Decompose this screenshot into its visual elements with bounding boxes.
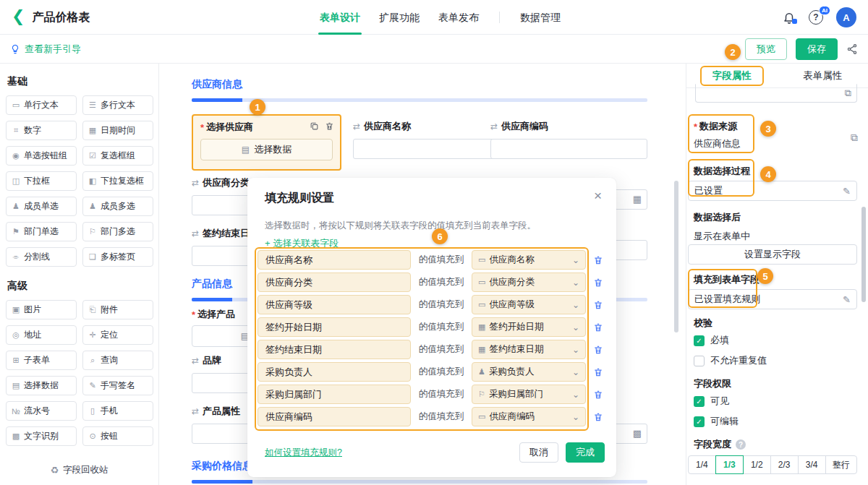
- width-option-full[interactable]: 整行: [825, 455, 857, 474]
- field-type-single-line-text[interactable]: ▭单行文本: [6, 95, 77, 115]
- data-source-value[interactable]: 供应商信息: [694, 137, 741, 150]
- field-type-button[interactable]: ⊙按钮: [82, 426, 153, 446]
- field-type-phone[interactable]: ▯手机: [82, 401, 153, 421]
- notification-bell-icon[interactable]: [783, 11, 796, 24]
- field-type-query[interactable]: ⌕查询: [82, 351, 153, 370]
- source-field[interactable]: 供应商名称: [258, 250, 411, 270]
- preview-button[interactable]: 预览: [745, 38, 787, 60]
- target-field-dropdown[interactable]: ▦签约结束日期⌄: [472, 340, 586, 359]
- field-type-tabs[interactable]: ❏多标签页: [82, 247, 153, 267]
- delete-rule-icon[interactable]: [593, 345, 603, 355]
- field-select-supplier[interactable]: * 选择供应商 ▤ 选择数据: [192, 114, 341, 171]
- target-field-dropdown[interactable]: ▭供应商编码⌄: [472, 407, 586, 426]
- width-option-3-4[interactable]: 3/4: [798, 455, 826, 474]
- field-type-dropdown[interactable]: ◫下拉框: [6, 171, 77, 191]
- beginner-guide-link[interactable]: 查看新手引导: [10, 43, 81, 56]
- source-field[interactable]: 签约开始日期: [258, 317, 411, 337]
- nav-tab-form-design[interactable]: 表单设计: [317, 0, 363, 35]
- form-link-icon[interactable]: ⧉: [845, 87, 851, 99]
- field-type-attachment[interactable]: ⎗附件: [82, 300, 153, 319]
- delete-rule-icon[interactable]: [593, 278, 603, 288]
- width-help-icon[interactable]: ?: [736, 439, 746, 450]
- source-field[interactable]: 供应商分类: [258, 272, 411, 292]
- source-field[interactable]: 供应商等级: [258, 295, 411, 314]
- width-option-1-2[interactable]: 1/2: [743, 455, 771, 474]
- target-field-dropdown[interactable]: ⚐采购归属部门⌄: [472, 385, 586, 404]
- cancel-button[interactable]: 取消: [519, 442, 558, 463]
- close-icon[interactable]: ×: [594, 188, 602, 204]
- required-checkbox[interactable]: ✓: [694, 335, 705, 346]
- supplier-code-input[interactable]: [490, 139, 647, 159]
- field-type-number[interactable]: ⌗数字: [6, 121, 77, 140]
- field-type-member-multi[interactable]: ♟成员多选: [82, 197, 153, 216]
- selection-process-row[interactable]: 已设置 ✎: [688, 181, 857, 201]
- width-option-1-4[interactable]: 1/4: [688, 455, 716, 474]
- nav-tab-publish[interactable]: 表单发布: [435, 0, 482, 35]
- field-type-divider[interactable]: ⌯分割线: [6, 247, 77, 267]
- field-type-image[interactable]: ▣图片: [6, 300, 77, 319]
- field-type-location[interactable]: ✛定位: [82, 325, 153, 345]
- width-option-1-3[interactable]: 1/3: [715, 455, 744, 474]
- nav-tab-extensions[interactable]: 扩展功能: [376, 0, 422, 35]
- field-type-ocr[interactable]: ▩文字识别: [6, 426, 77, 446]
- target-field-dropdown[interactable]: ♟采购负责人⌄: [472, 362, 586, 382]
- share-icon[interactable]: [846, 43, 858, 55]
- delete-rule-icon[interactable]: [593, 390, 603, 400]
- fill-fields-row[interactable]: 已设置填充规则 ✎: [688, 289, 857, 309]
- delete-field-icon[interactable]: [325, 121, 334, 133]
- qr-scan-icon[interactable]: ▩: [633, 428, 642, 439]
- field-type-address[interactable]: ◎地址: [6, 325, 77, 345]
- field-type-radio-group[interactable]: ◉单选按钮组: [6, 146, 77, 166]
- section-title-supplier: 供应商信息: [192, 78, 242, 91]
- nav-tab-data-manage[interactable]: 数据管理: [517, 0, 563, 35]
- open-form-icon[interactable]: ⧉: [851, 132, 858, 144]
- target-field-dropdown[interactable]: ▭供应商等级⌄: [472, 295, 586, 314]
- source-field[interactable]: 签约结束日期: [258, 340, 411, 359]
- delete-rule-icon[interactable]: [593, 367, 603, 377]
- source-field[interactable]: 供应商编码: [258, 407, 411, 426]
- notification-dot: [792, 19, 797, 24]
- field-type-multi-dropdown[interactable]: ◧下拉复选框: [82, 171, 153, 191]
- field-type-datetime[interactable]: ▦日期时间: [82, 121, 153, 140]
- fill-text: 的值填充到: [411, 254, 472, 266]
- set-display-fields-button[interactable]: 设置显示字段: [688, 244, 857, 265]
- add-related-field-link[interactable]: + 选择关联表字段: [265, 237, 339, 250]
- target-field-dropdown[interactable]: ▭供应商分类⌄: [472, 272, 586, 292]
- select-data-button[interactable]: ▤ 选择数据: [200, 139, 333, 160]
- confirm-button[interactable]: 完成: [566, 442, 605, 463]
- help-link[interactable]: 如何设置填充规则?: [265, 447, 342, 459]
- field-type-member-single[interactable]: ♟成员单选: [6, 197, 77, 216]
- no-duplicate-checkbox[interactable]: [694, 356, 705, 366]
- source-field[interactable]: 采购归属部门: [258, 385, 411, 404]
- editable-checkbox[interactable]: ✓: [694, 416, 705, 427]
- save-button[interactable]: 保存: [796, 38, 838, 60]
- canvas-scrollbar[interactable]: [674, 181, 678, 332]
- fill-rule-row: 签约结束日期 的值填充到 ▦签约结束日期⌄: [258, 340, 603, 359]
- field-recycle-bin[interactable]: ♻ 字段回收站: [0, 464, 158, 476]
- field-type-signature[interactable]: ✎手写签名: [82, 376, 153, 395]
- field-type-serial-number[interactable]: №流水号: [6, 401, 77, 421]
- copy-field-icon[interactable]: [310, 121, 319, 133]
- delete-rule-icon[interactable]: [593, 300, 603, 310]
- back-icon[interactable]: ❮: [12, 9, 25, 25]
- field-type-dept-multi[interactable]: ⚐部门多选: [82, 222, 153, 241]
- avatar[interactable]: A: [836, 7, 856, 27]
- field-type-subform[interactable]: ⊞子表单: [6, 351, 77, 370]
- edit-icon[interactable]: ✎: [843, 186, 851, 197]
- delete-rule-icon[interactable]: [593, 255, 603, 265]
- visible-checkbox[interactable]: ✓: [694, 396, 705, 407]
- target-field-dropdown[interactable]: ▦签约开始日期⌄: [472, 317, 586, 337]
- edit-icon[interactable]: ✎: [843, 294, 851, 305]
- supplier-name-input[interactable]: [353, 139, 498, 159]
- width-option-2-3[interactable]: 2/3: [770, 455, 799, 474]
- delete-rule-icon[interactable]: [593, 322, 603, 332]
- source-field[interactable]: 采购负责人: [258, 362, 411, 382]
- field-type-dept-single[interactable]: ⚑部门单选: [6, 222, 77, 241]
- field-type-multi-line-text[interactable]: ☰多行文本: [82, 95, 153, 115]
- delete-rule-icon[interactable]: [593, 412, 603, 422]
- panel-scrollbar[interactable]: [861, 207, 866, 302]
- help-icon[interactable]: ? AI: [809, 10, 823, 25]
- target-field-dropdown[interactable]: ▭供应商名称⌄: [472, 250, 586, 270]
- field-type-select-data[interactable]: ▤选择数据: [6, 376, 77, 395]
- field-type-checkbox-group[interactable]: ☑复选框组: [82, 146, 153, 166]
